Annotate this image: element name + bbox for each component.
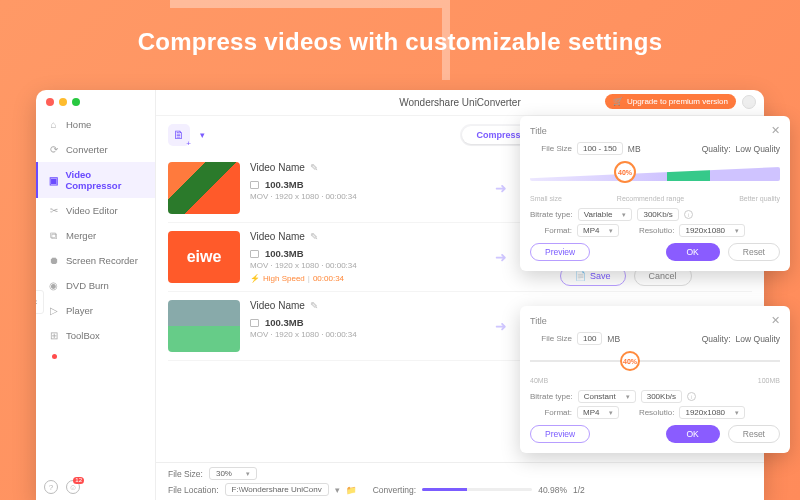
file-size: 100.3MB	[265, 179, 304, 190]
resolution-select[interactable]: 1920x1080	[679, 406, 745, 419]
thumbnail[interactable]	[168, 162, 240, 214]
thumbnail[interactable]: eiwe	[168, 231, 240, 283]
close-dot[interactable]	[46, 98, 54, 106]
editor-icon: ✂	[48, 205, 59, 216]
video-name: Video Name	[250, 162, 305, 173]
format-value: MP4	[583, 226, 599, 235]
slider-track	[530, 360, 780, 362]
preview-button[interactable]: Preview	[530, 425, 590, 443]
filesize-value: 30%	[216, 469, 232, 478]
filesize-label: File Size	[530, 334, 572, 343]
info-icon[interactable]: i	[684, 210, 693, 219]
compress-settings-panel-2: Title✕ File Size 100 MB Quality: Low Qua…	[520, 306, 790, 453]
video-name: Video Name	[250, 231, 305, 242]
filesize-select[interactable]: 30%	[209, 467, 257, 480]
panel-title: Title	[530, 316, 547, 326]
bitrate-type-select[interactable]: Constant	[578, 390, 636, 403]
window-title: Wondershare UniConverter	[399, 97, 521, 108]
edit-name-icon[interactable]: ✎	[310, 300, 318, 311]
axis-right: 100MB	[758, 377, 780, 384]
thumbnail[interactable]	[168, 300, 240, 352]
sidebar-item-home[interactable]: ⌂Home	[36, 112, 155, 137]
ok-button[interactable]: OK	[666, 425, 720, 443]
edit-name-icon[interactable]: ✎	[310, 231, 318, 242]
reset-button[interactable]: Reset	[728, 425, 780, 443]
bitrate-type-select[interactable]: Variable	[578, 208, 633, 221]
axis-right: Better quality	[739, 195, 780, 202]
format-select[interactable]: MP4	[577, 406, 619, 419]
file-size: 100.3MB	[265, 248, 304, 259]
compress-icon: ▣	[48, 175, 58, 186]
max-dot[interactable]	[72, 98, 80, 106]
edit-name-icon[interactable]: ✎	[310, 162, 318, 173]
preview-button[interactable]: Preview	[530, 243, 590, 261]
sidebar-item-label: ToolBox	[66, 330, 100, 341]
slider-track	[530, 167, 780, 181]
player-icon: ▷	[48, 305, 59, 316]
sidebar-item-toolbox[interactable]: ⊞ToolBox	[36, 323, 155, 348]
progress-percent: 40.98%	[538, 485, 567, 495]
panel-title: Title	[530, 126, 547, 136]
help-icon[interactable]: ?	[44, 480, 58, 494]
info-icon[interactable]: i	[687, 392, 696, 401]
cart-icon: 🛒	[613, 97, 623, 106]
filesize-range-input[interactable]: 100 - 150	[577, 142, 623, 155]
axis-mid: Recommended range	[617, 195, 684, 202]
sidebar-item-converter[interactable]: ⟳Converter	[36, 137, 155, 162]
slider-knob[interactable]: 40%	[620, 351, 640, 371]
location-field[interactable]: F:\Wondershare UniConv	[225, 483, 329, 496]
arrow-icon: ➜	[488, 231, 514, 283]
location-chevron[interactable]: ▾	[335, 485, 340, 495]
folder-icon	[250, 319, 259, 327]
bitrate-type-value: Variable	[584, 210, 613, 219]
highspeed-label: High Speed	[263, 274, 305, 283]
close-icon[interactable]: ✕	[771, 314, 780, 327]
axis-left: 40MB	[530, 377, 548, 384]
sidebar-item-label: Video Editor	[66, 205, 118, 216]
sidebar-item-recorder[interactable]: ⏺Screen Recorder	[36, 248, 155, 273]
open-folder-icon[interactable]: 📁	[346, 485, 357, 495]
bitrate-value-input[interactable]: 300Kb/s	[641, 390, 682, 403]
folder-icon	[250, 250, 259, 258]
window-controls[interactable]	[36, 98, 155, 112]
reset-button[interactable]: Reset	[728, 243, 780, 261]
file-size: 100.3MB	[265, 317, 304, 328]
close-icon[interactable]: ✕	[771, 124, 780, 137]
upgrade-button[interactable]: 🛒Upgrade to premium version	[605, 94, 736, 109]
toolbox-icon: ⊞	[48, 330, 59, 341]
sidebar-item-player[interactable]: ▷Player	[36, 298, 155, 323]
titlebar: Wondershare UniConverter 🛒Upgrade to pre…	[156, 90, 764, 116]
sidebar: ⌂Home ⟳Converter ▣Video Compressor ✂Vide…	[36, 90, 156, 500]
resolution-label: Resolutio:	[624, 408, 674, 417]
resolution-select[interactable]: 1920x1080	[679, 224, 745, 237]
filesize-input[interactable]: 100	[577, 332, 602, 345]
quality-slider[interactable]: 40%	[530, 159, 780, 193]
recorder-icon: ⏺	[48, 255, 59, 266]
converting-label: Converting:	[373, 485, 416, 495]
sidebar-item-compressor[interactable]: ▣Video Compressor	[36, 162, 155, 198]
sidebar-item-merger[interactable]: ⧉Merger	[36, 223, 155, 248]
avatar[interactable]	[742, 95, 756, 109]
slider-knob[interactable]: 40%	[614, 161, 636, 183]
file-icon: 🗎	[173, 128, 185, 142]
add-dropdown-chevron[interactable]: ▾	[200, 130, 205, 140]
sidebar-item-label: Video Compressor	[65, 169, 145, 191]
sidebar-item-editor[interactable]: ✂Video Editor	[36, 198, 155, 223]
feedback-icon[interactable]: ☺12	[66, 480, 80, 494]
save-icon: 📄	[575, 271, 586, 281]
quality-label: Quality:	[702, 334, 731, 344]
ok-button[interactable]: OK	[666, 243, 720, 261]
add-file-button[interactable]: 🗎	[168, 124, 190, 146]
bitrate-type-value: Constant	[584, 392, 616, 401]
min-dot[interactable]	[59, 98, 67, 106]
sidebar-item-label: DVD Burn	[66, 280, 109, 291]
format-select[interactable]: MP4	[577, 224, 619, 237]
dvd-icon: ◉	[48, 280, 59, 291]
sidebar-item-dvd[interactable]: ◉DVD Burn	[36, 273, 155, 298]
bitrate-value-input[interactable]: 300Kb/s	[637, 208, 678, 221]
quality-value: Low Quality	[736, 144, 780, 154]
decorative-frame	[170, 0, 450, 80]
resolution-value: 1920x1080	[685, 408, 725, 417]
unit-label: MB	[607, 334, 620, 344]
size-slider[interactable]: 40%	[530, 351, 780, 371]
